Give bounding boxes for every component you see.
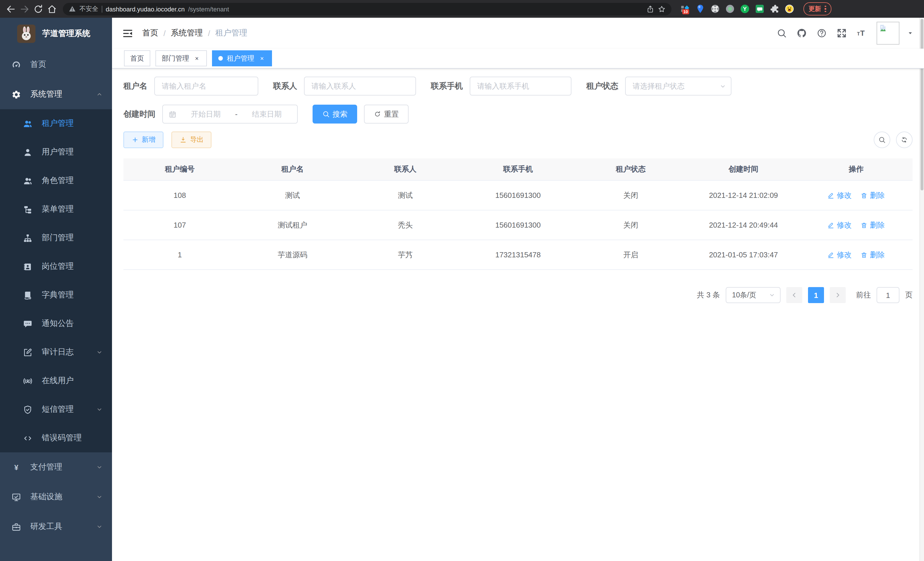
app-logo[interactable]: 芋道管理系统: [0, 18, 112, 50]
sidebar-item-dept[interactable]: 部门管理: [0, 224, 112, 252]
avatar-dropdown-icon[interactable]: [907, 30, 914, 37]
refresh-table-button[interactable]: [896, 132, 913, 148]
page-scrollbar[interactable]: [920, 18, 924, 561]
sidebar-item-user[interactable]: 用户管理: [0, 138, 112, 166]
edit-row-button[interactable]: 修改: [828, 220, 852, 230]
tenant-name-input[interactable]: [154, 77, 258, 96]
update-label: 更新: [808, 5, 821, 13]
browser-update-button[interactable]: 更新: [803, 2, 831, 15]
browser-reload-icon[interactable]: [33, 4, 44, 14]
sidebar-item-tenant[interactable]: 租户管理: [0, 109, 112, 138]
status-select[interactable]: [625, 77, 731, 96]
delete-row-button[interactable]: 删除: [861, 250, 885, 260]
pay-icon: ¥: [11, 462, 21, 472]
address-bar[interactable]: 不安全 dashboard.yudao.iocoder.cn/system/te…: [63, 3, 671, 15]
fullscreen-icon[interactable]: [837, 28, 847, 38]
sidebar-item-sms[interactable]: 短信管理: [0, 395, 112, 424]
close-tab-icon[interactable]: ×: [258, 55, 266, 62]
mobile-input[interactable]: [470, 77, 572, 96]
sidebar-collapse-icon[interactable]: [122, 28, 133, 39]
reset-button[interactable]: 重置: [364, 105, 409, 123]
create-time-range-picker[interactable]: 开始日期 - 结束日期: [162, 105, 298, 123]
font-size-icon[interactable]: TT: [856, 28, 867, 38]
extension-tab-manager-icon[interactable]: 10: [681, 4, 690, 14]
scrollbar-thumb[interactable]: [921, 19, 923, 190]
sidebar-item-role[interactable]: 角色管理: [0, 166, 112, 195]
sidebar-item-post[interactable]: 岗位管理: [0, 252, 112, 281]
extension-extensions-puzzle-icon[interactable]: [770, 4, 779, 14]
sidebar-item-devtools[interactable]: 研发工具: [0, 512, 112, 541]
goto-page-input[interactable]: [877, 287, 899, 303]
sidebar-item-dict[interactable]: 字典管理: [0, 281, 112, 309]
contact-input[interactable]: [304, 77, 416, 96]
next-page-button[interactable]: [830, 287, 846, 303]
end-date-placeholder[interactable]: 结束日期: [242, 109, 291, 119]
download-icon: [180, 136, 187, 144]
browser-toolbar: 不安全 dashboard.yudao.iocoder.cn/system/te…: [0, 0, 924, 18]
browser-forward-icon[interactable]: [20, 4, 30, 14]
extension-profile-emoji-icon[interactable]: [784, 4, 794, 14]
url-path: /system/tenant: [188, 5, 229, 12]
page-number-1[interactable]: 1: [808, 287, 824, 303]
page-size-select[interactable]: [726, 287, 781, 303]
gear-icon: [11, 89, 21, 99]
sidebar-item-infra[interactable]: 基础设施: [0, 482, 112, 512]
extension-badge: 10: [682, 9, 689, 14]
search-icon: [878, 136, 886, 144]
extension-yuque-icon[interactable]: Y: [740, 4, 750, 14]
calendar-icon: [169, 110, 177, 118]
tab-home[interactable]: 首页: [124, 50, 150, 66]
extension-command-icon[interactable]: [710, 4, 720, 14]
search-button[interactable]: 搜索: [313, 105, 357, 123]
sidebar: 芋道管理系统 首页系统管理租户管理用户管理角色管理菜单管理部门管理岗位管理字典管…: [0, 18, 112, 561]
delete-row-button[interactable]: 删除: [861, 220, 885, 230]
prev-page-button[interactable]: [786, 287, 802, 303]
sidebar-item-pay[interactable]: ¥支付管理: [0, 452, 112, 482]
bookmark-star-icon[interactable]: [658, 5, 666, 13]
browser-back-icon[interactable]: [6, 4, 16, 14]
tab-tenant[interactable]: 租户管理×: [212, 50, 272, 66]
delete-row-button[interactable]: 删除: [861, 190, 885, 200]
breadcrumb-item[interactable]: 首页: [142, 28, 158, 38]
github-icon[interactable]: [796, 28, 807, 38]
sidebar-item-label: 支付管理: [30, 462, 87, 472]
chevron-up-icon: [96, 91, 103, 98]
extension-wechat-dev-icon[interactable]: [755, 4, 765, 14]
table-row: 108测试测试15601691300关闭2021-12-14 21:02:09修…: [123, 180, 913, 210]
sidebar-item-menu[interactable]: 菜单管理: [0, 195, 112, 224]
breadcrumb-item[interactable]: 系统管理: [171, 28, 203, 38]
delete-icon: [861, 251, 868, 258]
help-icon[interactable]: [817, 28, 827, 38]
top-header: 首页/系统管理/租户管理 TT: [112, 18, 924, 49]
toggle-search-button[interactable]: [874, 132, 890, 148]
cell-mobile: 17321315478: [462, 240, 574, 270]
add-button[interactable]: 新增: [123, 132, 164, 148]
share-icon[interactable]: [646, 5, 654, 13]
page-unit-label: 页: [905, 290, 913, 300]
edit-row-button[interactable]: 修改: [828, 250, 852, 260]
sidebar-item-notice[interactable]: 通知公告: [0, 309, 112, 338]
tab-dept[interactable]: 部门管理×: [155, 50, 207, 66]
browser-menu-icon[interactable]: [825, 6, 826, 12]
extension-recorder-icon[interactable]: [725, 4, 735, 14]
browser-home-icon[interactable]: [47, 4, 57, 14]
sidebar-item-home[interactable]: 首页: [0, 50, 112, 80]
close-tab-icon[interactable]: ×: [193, 55, 201, 62]
header-search-icon[interactable]: [777, 28, 787, 38]
start-date-placeholder[interactable]: 开始日期: [181, 109, 231, 119]
export-button[interactable]: 导出: [172, 132, 212, 148]
sidebar-item-label: 错误码管理: [42, 433, 103, 443]
extension-map-pin-icon[interactable]: [695, 4, 705, 14]
cell-status: 关闭: [574, 210, 687, 240]
status-label: 租户状态: [586, 81, 618, 91]
edit-row-button[interactable]: 修改: [828, 190, 852, 200]
sidebar-item-online-user[interactable]: 在线用户: [0, 367, 112, 395]
sidebar-item-audit-log[interactable]: 审计日志: [0, 338, 112, 367]
cell-contact: 秃头: [349, 210, 462, 240]
sidebar-item-label: 岗位管理: [42, 261, 103, 272]
sidebar-item-system[interactable]: 系统管理: [0, 80, 112, 109]
user-avatar[interactable]: [877, 22, 899, 45]
sidebar-item-error-code[interactable]: 错误码管理: [0, 424, 112, 452]
chevron-right-icon: [834, 292, 841, 299]
not-secure-warning-icon[interactable]: [69, 5, 76, 13]
